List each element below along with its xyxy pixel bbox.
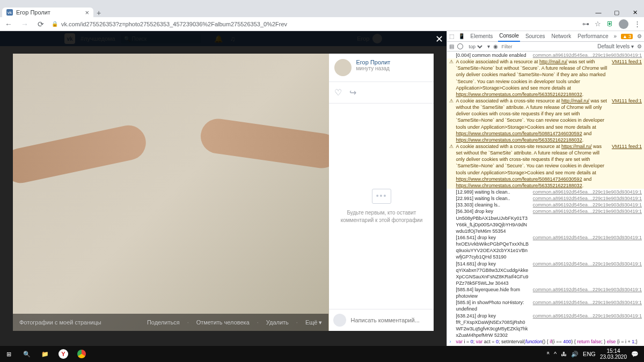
device-icon[interactable]: 📱 [458,33,465,39]
eye-icon[interactable]: ◉ [493,43,498,49]
delete-button[interactable]: Удалить [266,319,289,326]
like-icon[interactable]: ♡ [334,87,342,98]
more-button[interactable]: Ещё ▾ [305,319,323,326]
photo-viewer: Егор Пролит минуту назад ♡ ↪ ••• Будьте … [13,54,434,331]
tab-console[interactable]: Console [498,31,520,42]
empty-comments-icon: ••• [372,189,391,204]
taskbar-clock[interactable]: 15:14 23.03.2020 [600,348,627,360]
tab-network[interactable]: Network [551,31,573,41]
close-icon[interactable]: ✕ [435,33,443,45]
browser-tab-bar: vk Егор Пролит × + — ▢ ✕ [0,8,644,17]
author-avatar[interactable] [334,59,352,76]
star-icon[interactable]: ☆ [595,20,601,28]
tab-title: Егор Пролит [16,9,50,16]
inspect-icon[interactable]: ⬚ [449,33,454,39]
chrome-icon[interactable] [73,346,90,362]
photo-time: минуту назад [356,65,390,71]
tray-people-icon[interactable]: ᴿ [547,351,550,358]
commenter-avatar [333,314,346,327]
sidebar-toggle-icon[interactable]: ▤ [449,43,454,49]
url-field[interactable]: 🔒 vk.com/id275526353?z=photo275526353_45… [52,21,577,27]
key-icon[interactable]: ⊶ [582,20,589,28]
lock-icon: 🔒 [52,21,58,27]
explorer-icon[interactable]: 📁 [36,346,54,362]
forward-button[interactable]: → [19,20,30,28]
new-tab-button[interactable]: + [93,9,104,17]
warning-count-badge[interactable]: ▲3 [621,34,633,39]
console-settings-icon[interactable]: ⚙ [637,43,642,49]
comment-input[interactable] [350,317,429,323]
maximize-button[interactable]: ▢ [608,8,626,17]
address-bar: ← → ⟳ 🔒 vk.com/id275526353?z=photo275526… [0,17,644,31]
close-tab-icon[interactable]: × [85,9,89,17]
start-button[interactable]: ⊞ [0,346,17,362]
vk-favicon: vk [6,9,13,16]
close-window-button[interactable]: ✕ [626,8,644,17]
tab-elements[interactable]: Elements [469,31,494,41]
more-tabs[interactable]: » [614,33,617,39]
tray-volume-icon[interactable]: 🔊 [571,351,579,358]
share-button[interactable]: Поделиться [147,319,180,326]
empty-text-2: комментарий к этой фотографии [341,217,423,224]
levels-select[interactable]: Default levels ▾ [597,43,634,49]
minimize-button[interactable]: — [589,8,608,17]
reload-button[interactable]: ⟳ [35,20,46,28]
tab-sources[interactable]: Sources [524,31,546,41]
tab-performance[interactable]: Performance [576,31,609,41]
chrome-menu-icon[interactable]: ⋮ [634,20,641,28]
filter-input[interactable] [501,44,594,49]
back-button[interactable]: ← [3,20,14,28]
search-icon[interactable]: 🔍 [18,346,35,362]
shield-icon[interactable]: ⛨ [606,20,613,28]
profile-avatar[interactable] [619,19,628,29]
photo-image[interactable] [13,54,329,331]
context-select[interactable]: top [466,43,484,50]
browser-tab[interactable]: vk Егор Пролит × [2,8,93,17]
tray-lang[interactable]: ENG [583,351,596,357]
empty-text-1: Будьте первым, кто оставит [347,209,416,217]
author-name[interactable]: Егор Пролит [356,59,390,65]
tray-notifications-icon[interactable]: 💬 [631,351,639,358]
devtools-settings-icon[interactable]: ⚙ [637,33,642,39]
console-log[interactable]: [0.004] common module enabledcommon.a896… [447,51,644,346]
devtools-panel: ⬚ 📱 Elements Console Sources Network Per… [447,31,644,346]
photo-overlay: ✕ Егор Пролит минуту назад ♡ [0,31,447,346]
tag-button[interactable]: Отметить человека [196,319,250,326]
yandex-icon[interactable]: Y [55,346,72,362]
share-icon[interactable]: ↪ [349,87,356,98]
photo-bottom-bar: Фотографии с моей страницы Поделиться· О… [13,314,328,331]
clear-console-icon[interactable] [457,43,463,49]
console-input[interactable]: var i = 0; var act = 0; setInterval(func… [456,338,642,346]
tray-network-icon[interactable]: 🖧 [561,351,567,357]
tray-up-icon[interactable]: ^ [554,351,557,357]
photo-source[interactable]: Фотографии с моей страницы [19,319,140,326]
windows-taskbar: ⊞ 🔍 📁 Y ᴿ ^ 🖧 🔊 ENG 15:14 23.03.2020 💬 [0,346,644,362]
